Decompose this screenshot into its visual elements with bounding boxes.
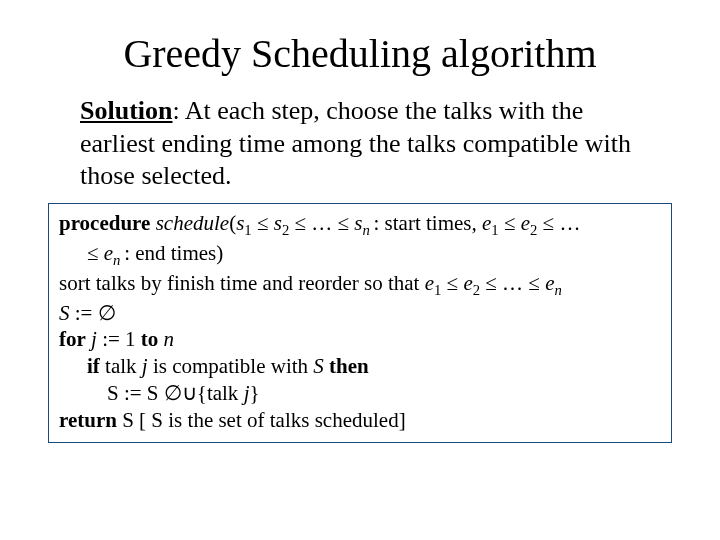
dots1: … xyxy=(311,211,337,235)
kw-then: then xyxy=(329,354,369,378)
for-line: for j := 1 to n xyxy=(59,326,661,353)
update-b: {talk xyxy=(197,381,244,405)
init-line: S := ∅ xyxy=(59,300,661,327)
kw-return: return xyxy=(59,408,117,432)
sig-s2: s xyxy=(274,211,282,235)
sig-en: e xyxy=(104,241,113,265)
solution-paragraph: Solution: At each step, choose the talks… xyxy=(80,95,650,193)
le8: ≤ xyxy=(480,271,502,295)
proc-signature: procedure schedule(s1 ≤ s2 ≤ … ≤ sn : st… xyxy=(59,210,661,240)
page-title: Greedy Scheduling algorithm xyxy=(40,30,680,77)
if-line: if talk j is compatible with S then xyxy=(59,353,661,380)
sort-e1: e xyxy=(425,271,434,295)
algorithm-box: procedure schedule(s1 ≤ s2 ≤ … ≤ sn : st… xyxy=(48,203,672,443)
le6: ≤ xyxy=(87,241,104,265)
dots3: … xyxy=(502,271,528,295)
for-init: := 1 xyxy=(102,327,141,351)
sig-subn: n xyxy=(362,222,373,238)
sig-e1: e xyxy=(482,211,491,235)
sort-e2: e xyxy=(463,271,472,295)
ret-text: S [ S is the set of talks scheduled] xyxy=(117,408,406,432)
update-sym: ∅∪ xyxy=(164,381,197,405)
sig-sub1: 1 xyxy=(244,222,251,238)
le1: ≤ xyxy=(252,211,274,235)
kw-to: to xyxy=(141,327,159,351)
sig-line2: ≤ en : end times) xyxy=(59,240,661,270)
sig-ens: n xyxy=(113,252,124,268)
S-init: S xyxy=(59,301,70,325)
le9: ≤ xyxy=(528,271,545,295)
le2: ≤ xyxy=(289,211,311,235)
sort-e2s: 2 xyxy=(473,282,480,298)
le4: ≤ xyxy=(499,211,521,235)
return-line: return S [ S is the set of talks schedul… xyxy=(59,407,661,434)
if-text-a: talk xyxy=(100,354,142,378)
empty-set: ∅ xyxy=(98,301,116,325)
for-n: n xyxy=(158,327,174,351)
sig-e2: e xyxy=(521,211,530,235)
kw-if: if xyxy=(87,354,100,378)
sort-text: sort talks by finish time and reorder so… xyxy=(59,271,425,295)
le5: ≤ xyxy=(537,211,559,235)
proc-name: schedule xyxy=(156,211,229,235)
sig-end: : end times) xyxy=(124,241,223,265)
slide: Greedy Scheduling algorithm Solution: At… xyxy=(0,0,720,463)
if-S: S xyxy=(313,354,329,378)
sort-line: sort talks by finish time and reorder so… xyxy=(59,270,661,300)
le3: ≤ xyxy=(338,211,355,235)
dots2: … xyxy=(559,211,580,235)
assign1: := xyxy=(70,301,98,325)
update-a: S := S xyxy=(107,381,164,405)
solution-label: Solution xyxy=(80,96,173,125)
sort-ens: n xyxy=(554,282,561,298)
sig-start: : start times xyxy=(373,211,471,235)
sig-e1s: 1 xyxy=(491,222,498,238)
if-text-b: is compatible with xyxy=(148,354,314,378)
update-line: S := S ∅∪{talk j} xyxy=(59,380,661,407)
le7: ≤ xyxy=(441,271,463,295)
kw-procedure: procedure xyxy=(59,211,150,235)
comma: , xyxy=(471,211,482,235)
update-c: } xyxy=(249,381,259,405)
for-var: j xyxy=(86,327,102,351)
kw-for: for xyxy=(59,327,86,351)
